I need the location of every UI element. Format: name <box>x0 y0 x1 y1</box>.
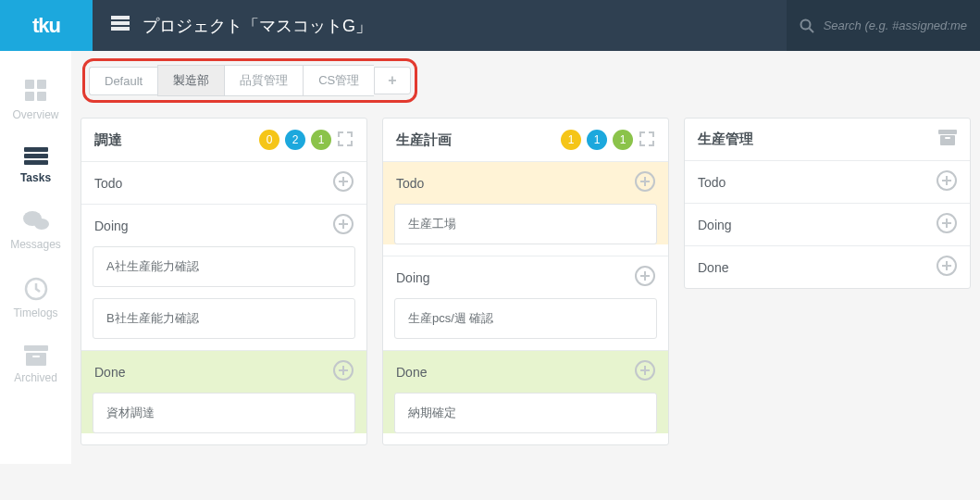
stage-head: Done <box>81 351 366 393</box>
add-icon[interactable] <box>635 266 655 289</box>
add-icon[interactable] <box>937 256 957 279</box>
board-head-right <box>938 130 957 149</box>
sidebar-item-label: Tasks <box>20 171 51 184</box>
search-input[interactable]: Search (e.g. #assigned:me <box>787 0 980 51</box>
stage-name: Done <box>698 260 728 275</box>
tab-quality[interactable]: 品質管理 <box>224 65 303 96</box>
sidebar-item-label: Messages <box>10 238 61 251</box>
svg-point-13 <box>34 219 49 230</box>
svg-rect-24 <box>938 130 957 134</box>
sidebar-item-label: Timelogs <box>13 306 57 319</box>
svg-point-3 <box>800 19 810 29</box>
sidebar-item-overview[interactable]: Overview <box>0 68 71 136</box>
sidebar-item-timelogs[interactable]: Timelogs <box>0 266 71 334</box>
count-badge: 1 <box>311 130 331 150</box>
task-card[interactable]: A社生産能力確認 <box>93 246 355 287</box>
count-badge: 1 <box>587 130 607 150</box>
task-card[interactable]: 生産工場 <box>394 204 657 244</box>
boards: 調達 021 Todo Doing A社生産能力確認B社生産能力確認 Done <box>71 112 980 464</box>
task-card[interactable]: B社生産能力確認 <box>93 298 355 339</box>
stage: Done <box>685 245 970 288</box>
board-title: 調達 <box>94 131 122 149</box>
stage: Doing <box>685 203 970 245</box>
expand-icon[interactable] <box>337 131 354 150</box>
content: Default 製造部 品質管理 CS管理 + 調達 021 Todo Doin… <box>71 51 980 464</box>
clock-icon <box>24 277 48 301</box>
board-title: 生産管理 <box>698 131 753 148</box>
task-card[interactable]: 資材調達 <box>93 393 355 433</box>
project-title-wrap: プロジェクト「マスコットG」 <box>93 15 787 37</box>
board-title: 生産計画 <box>396 131 452 149</box>
project-title: プロジェクト「マスコットG」 <box>143 15 372 37</box>
sidebar: Overview Tasks Messages Timelogs Archive… <box>0 51 71 464</box>
stage-name: Todo <box>94 176 122 191</box>
stage-head: Todo <box>81 162 366 204</box>
board-head: 調達 021 <box>81 119 366 161</box>
board-head-right: 021 <box>259 130 354 150</box>
tab-add[interactable]: + <box>374 67 410 94</box>
svg-rect-5 <box>25 80 34 89</box>
svg-rect-10 <box>24 154 48 158</box>
add-icon[interactable] <box>333 171 354 194</box>
count-badge: 0 <box>259 130 279 150</box>
topbar: tku プロジェクト「マスコットG」 Search (e.g. #assigne… <box>0 0 980 51</box>
add-icon[interactable] <box>635 171 655 194</box>
task-card[interactable]: 生産pcs/週 確認 <box>394 298 657 339</box>
tab-default[interactable]: Default <box>89 67 157 95</box>
stage-head: Doing <box>685 204 970 245</box>
bars-icon <box>111 16 130 35</box>
expand-icon[interactable] <box>639 131 655 150</box>
tab-seizoubu[interactable]: 製造部 <box>157 65 224 96</box>
board: 調達 021 Todo Doing A社生産能力確認B社生産能力確認 Done <box>81 118 367 445</box>
svg-rect-15 <box>24 345 48 351</box>
tab-cs[interactable]: CS管理 <box>303 65 374 96</box>
stage-name: Doing <box>698 218 732 232</box>
grid-icon <box>24 79 48 103</box>
stage-head: Todo <box>383 162 668 204</box>
search-icon <box>800 19 814 33</box>
svg-rect-16 <box>26 353 46 366</box>
logo[interactable]: tku <box>0 0 93 51</box>
add-icon[interactable] <box>333 360 354 383</box>
add-icon[interactable] <box>333 214 354 237</box>
svg-rect-11 <box>24 160 48 165</box>
sidebar-item-messages[interactable]: Messages <box>0 199 71 266</box>
sidebar-item-label: Overview <box>12 108 58 121</box>
logo-text: tku <box>32 14 60 38</box>
svg-rect-7 <box>25 92 34 101</box>
task-card[interactable]: 納期確定 <box>394 393 657 433</box>
stage-head: Done <box>685 246 970 288</box>
svg-rect-17 <box>32 356 40 357</box>
svg-line-4 <box>809 28 813 32</box>
sidebar-item-label: Archived <box>14 371 57 384</box>
svg-rect-1 <box>111 21 130 25</box>
board: 生産管理 Todo Doing Done <box>684 118 971 289</box>
sidebar-item-tasks[interactable]: Tasks <box>0 136 71 199</box>
add-icon[interactable] <box>937 213 957 236</box>
stage-name: Todo <box>396 176 424 191</box>
svg-rect-0 <box>111 16 130 19</box>
stage-name: Done <box>396 365 427 380</box>
stage-head: Done <box>383 351 668 393</box>
add-icon[interactable] <box>635 360 655 383</box>
stage: Done 資材調達 <box>81 350 366 433</box>
svg-rect-9 <box>24 147 48 152</box>
stage: Todo <box>685 160 970 203</box>
stage-name: Done <box>94 365 125 380</box>
add-icon[interactable] <box>937 170 957 194</box>
search-placeholder: Search (e.g. #assigned:me <box>824 19 967 32</box>
sidebar-item-archived[interactable]: Archived <box>0 334 71 399</box>
svg-rect-6 <box>37 80 46 89</box>
board-head-right: 111 <box>561 130 655 150</box>
stage-head: Doing <box>81 205 366 246</box>
stage: Done 納期確定 <box>383 350 668 433</box>
stage: Todo 生産工場 <box>383 161 668 244</box>
tasks-icon <box>24 147 48 166</box>
svg-rect-26 <box>945 137 950 139</box>
stage-name: Doing <box>396 270 430 285</box>
archive-board-icon[interactable] <box>938 130 957 149</box>
messages-icon <box>23 210 49 232</box>
svg-rect-8 <box>37 92 46 101</box>
stage: Todo <box>81 161 366 204</box>
stage: Doing A社生産能力確認B社生産能力確認 <box>81 204 366 339</box>
